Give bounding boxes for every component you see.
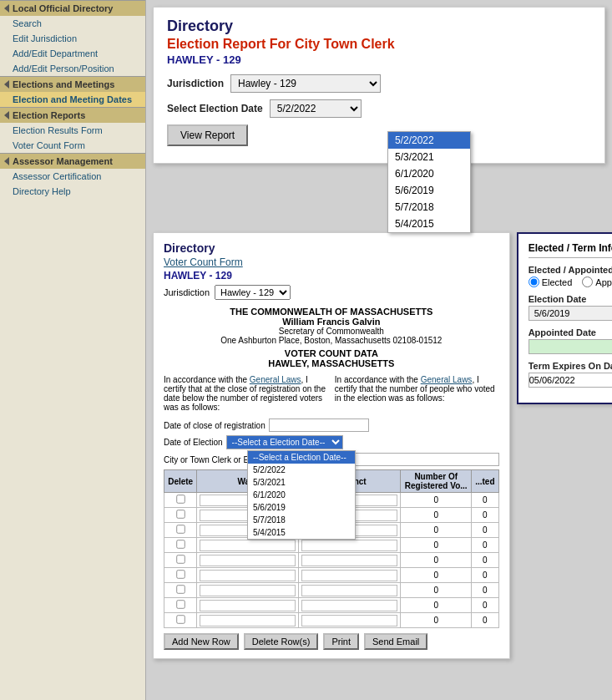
cell-delete-4[interactable] bbox=[164, 553, 197, 568]
dir-subtitle[interactable]: Voter Count Form bbox=[164, 256, 499, 268]
cell-voted-1: 0 bbox=[472, 508, 499, 523]
elected-radio-label[interactable]: Elected bbox=[529, 276, 573, 287]
sidebar-item-election-results-form[interactable]: Election Results Form bbox=[0, 123, 145, 138]
jurisdiction-row: Jurisdiction Hawley - 129 bbox=[167, 74, 591, 93]
date-option-5[interactable]: 5/7/2018 bbox=[388, 199, 470, 216]
secretary-address: One Ashburton Place, Boston, Massachuset… bbox=[164, 336, 499, 345]
appointed-date-input[interactable] bbox=[529, 339, 612, 354]
date-close-input[interactable] bbox=[269, 418, 369, 432]
view-report-button[interactable]: View Report bbox=[167, 124, 248, 146]
cell-ward-3[interactable] bbox=[197, 538, 299, 553]
cell-ward-5[interactable] bbox=[197, 568, 299, 583]
delete-checkbox-5[interactable] bbox=[176, 570, 185, 578]
table-row: 0 0 bbox=[164, 598, 499, 613]
date-option-6[interactable]: 5/4/2015 bbox=[388, 216, 470, 232]
town: HAWLEY, MASSACHUSETTS bbox=[164, 358, 499, 368]
cell-registered-6: 0 bbox=[401, 583, 472, 598]
delete-checkbox-1[interactable] bbox=[176, 510, 185, 518]
cell-delete-5[interactable] bbox=[164, 568, 197, 583]
doe-item-3[interactable]: 6/1/2020 bbox=[248, 489, 355, 501]
delete-checkbox-0[interactable] bbox=[176, 495, 185, 503]
date-option-3[interactable]: 6/1/2020 bbox=[388, 165, 470, 182]
date-option-2[interactable]: 5/3/2021 bbox=[388, 149, 470, 165]
cell-delete-1[interactable] bbox=[164, 508, 197, 523]
elected-label: Elected bbox=[542, 277, 573, 287]
sidebar-section-assessor-management: Assessor Management bbox=[0, 153, 145, 169]
term-expires-group: Term Expires On Date bbox=[529, 361, 612, 388]
term-election-date-select[interactable]: 5/2/2022 5/3/2021 6/1/2020 5/6/2019 5/7/… bbox=[529, 306, 612, 321]
cell-precinct-3[interactable] bbox=[299, 538, 401, 553]
sidebar-item-voter-count-form[interactable]: Voter Count Form bbox=[0, 138, 145, 153]
cell-ward-4[interactable] bbox=[197, 553, 299, 568]
add-new-row-button[interactable]: Add New Row bbox=[164, 633, 239, 650]
delete-checkbox-4[interactable] bbox=[176, 555, 185, 563]
delete-checkbox-8[interactable] bbox=[176, 615, 185, 623]
general-laws-link[interactable]: General Laws bbox=[250, 375, 301, 384]
cell-precinct-4[interactable] bbox=[299, 553, 401, 568]
precinct-input-8[interactable] bbox=[301, 615, 397, 626]
sidebar-item-add-edit-department[interactable]: Add/Edit Department bbox=[0, 46, 145, 61]
cell-ward-8[interactable] bbox=[197, 613, 299, 628]
date-option-4[interactable]: 5/6/2019 bbox=[388, 182, 470, 199]
jurisdiction-select[interactable]: Hawley - 129 bbox=[230, 74, 381, 93]
doe-item-5[interactable]: 5/7/2018 bbox=[248, 514, 355, 526]
cell-ward-6[interactable] bbox=[197, 583, 299, 598]
cell-delete-7[interactable] bbox=[164, 598, 197, 613]
sidebar-item-assessor-certification[interactable]: Assessor Certification bbox=[0, 169, 145, 184]
sidebar-item-election-meeting-dates[interactable]: Election and Meeting Dates bbox=[0, 92, 145, 107]
ward-input-5[interactable] bbox=[200, 570, 296, 581]
sidebar-item-directory-help[interactable]: Directory Help bbox=[0, 184, 145, 199]
term-expires-input[interactable] bbox=[529, 373, 612, 388]
cell-precinct-7[interactable] bbox=[299, 598, 401, 613]
cell-precinct-5[interactable] bbox=[299, 568, 401, 583]
precinct-input-5[interactable] bbox=[301, 570, 397, 581]
cell-precinct-8[interactable] bbox=[299, 613, 401, 628]
doe-item-4[interactable]: 5/6/2019 bbox=[248, 501, 355, 514]
appointed-radio-label[interactable]: Appointed bbox=[582, 276, 612, 287]
delete-rows-button[interactable]: Delete Row(s) bbox=[244, 633, 319, 650]
doe-item-placeholder[interactable]: --Select a Election Date-- bbox=[248, 451, 355, 464]
ward-input-4[interactable] bbox=[200, 555, 296, 566]
cell-delete-2[interactable] bbox=[164, 523, 197, 538]
sidebar-item-search[interactable]: Search bbox=[0, 16, 145, 31]
general-laws-link-2[interactable]: General Laws bbox=[421, 375, 473, 384]
precinct-input-6[interactable] bbox=[301, 585, 397, 596]
cell-delete-6[interactable] bbox=[164, 583, 197, 598]
delete-checkbox-6[interactable] bbox=[176, 585, 185, 593]
election-date-select[interactable]: 5/2/2022 5/3/2021 6/1/2020 5/6/2019 5/7/… bbox=[270, 99, 362, 118]
delete-checkbox-3[interactable] bbox=[176, 540, 185, 548]
cell-delete-3[interactable] bbox=[164, 538, 197, 553]
ward-input-6[interactable] bbox=[200, 585, 296, 596]
precinct-input-7[interactable] bbox=[301, 600, 397, 611]
sidebar-section-elections-meetings: Elections and Meetings bbox=[0, 76, 145, 92]
doe-item-1[interactable]: 5/2/2022 bbox=[248, 464, 355, 476]
precinct-input-3[interactable] bbox=[301, 540, 397, 551]
dir-jurisdiction-select[interactable]: Hawley - 129 bbox=[215, 285, 291, 300]
cell-delete-8[interactable] bbox=[164, 613, 197, 628]
elected-radio[interactable] bbox=[529, 276, 539, 287]
ward-input-7[interactable] bbox=[200, 600, 296, 611]
cell-precinct-6[interactable] bbox=[299, 583, 401, 598]
send-email-button[interactable]: Send Email bbox=[364, 633, 427, 650]
select-date-row: Select Election Date 5/2/2022 5/3/2021 6… bbox=[167, 99, 591, 118]
dir-jurisdiction-label: Jurisdiction bbox=[164, 287, 210, 297]
print-button[interactable]: Print bbox=[323, 633, 359, 650]
ward-input-8[interactable] bbox=[200, 615, 296, 626]
cell-delete-0[interactable] bbox=[164, 493, 197, 508]
precinct-input-4[interactable] bbox=[301, 555, 397, 566]
date-election-select[interactable]: --Select a Election Date-- 5/2/2022 5/3/… bbox=[226, 435, 343, 449]
doe-item-6[interactable]: 5/4/2015 bbox=[248, 526, 355, 539]
panel-hawley: HAWLEY - 129 bbox=[167, 53, 591, 66]
doe-item-2[interactable]: 5/3/2021 bbox=[248, 476, 355, 489]
delete-checkbox-2[interactable] bbox=[176, 525, 185, 533]
delete-checkbox-7[interactable] bbox=[176, 600, 185, 608]
cell-ward-7[interactable] bbox=[197, 598, 299, 613]
appointed-radio[interactable] bbox=[582, 276, 593, 287]
ward-input-3[interactable] bbox=[200, 540, 296, 551]
city-clerk-input[interactable] bbox=[332, 453, 499, 466]
table-row: 0 0 bbox=[164, 583, 499, 598]
date-option-1[interactable]: 5/2/2022 bbox=[388, 132, 470, 149]
dir-title: Directory bbox=[164, 241, 499, 255]
sidebar-item-add-edit-person[interactable]: Add/Edit Person/Position bbox=[0, 61, 145, 76]
sidebar-item-edit-jurisdiction[interactable]: Edit Jurisdiction bbox=[0, 31, 145, 46]
